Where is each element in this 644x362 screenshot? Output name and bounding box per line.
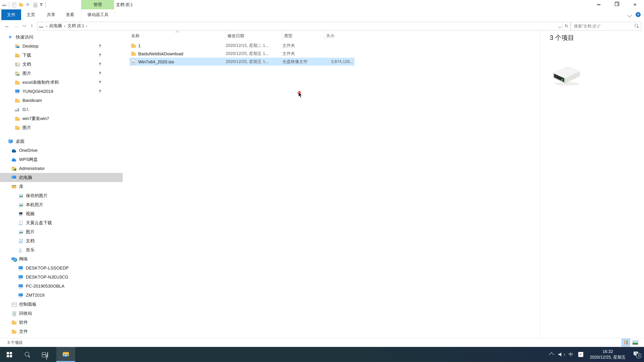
sidebar-item[interactable]: Bandicam bbox=[0, 96, 123, 105]
sidebar-item[interactable]: 图片 bbox=[0, 123, 123, 132]
ribbon-collapse-chevron-icon[interactable] bbox=[627, 13, 632, 17]
recycle-bin-icon[interactable] bbox=[33, 2, 38, 7]
sidebar-item[interactable]: 视频 bbox=[0, 209, 123, 218]
tray-app-button[interactable]: ✓ bbox=[576, 352, 586, 357]
address-dropdown-chevron-icon[interactable] bbox=[558, 24, 562, 28]
sidebar-item[interactable]: OneDrive bbox=[0, 146, 123, 155]
task-view-icon bbox=[42, 352, 49, 357]
sidebar-item[interactable]: 本机照片 bbox=[0, 200, 123, 209]
properties-check-icon[interactable] bbox=[12, 2, 16, 7]
tab-drive-tools[interactable]: 驱动器工具 bbox=[81, 9, 115, 20]
sidebar-item[interactable]: DESKTOP-LSSOEDP bbox=[0, 264, 123, 273]
sidebar-item[interactable]: 此电脑 bbox=[0, 173, 123, 182]
taskbar-search-button[interactable] bbox=[21, 347, 34, 362]
volume-button[interactable] bbox=[557, 352, 566, 357]
help-icon[interactable]: ? bbox=[636, 12, 641, 17]
file-name-cell: 1 bbox=[130, 43, 226, 48]
sidebar-item[interactable]: 快速访问 bbox=[0, 32, 123, 41]
file-explorer-taskbar-button[interactable] bbox=[56, 347, 75, 362]
sidebar-item[interactable]: 音乐 bbox=[0, 245, 123, 254]
recent-locations-chevron-icon[interactable] bbox=[21, 20, 28, 31]
sidebar-item[interactable]: 保存的图片 bbox=[0, 191, 123, 200]
sidebar-item-icon bbox=[18, 220, 24, 225]
tab-file[interactable]: 文件 bbox=[1, 9, 21, 20]
click-indicator-dot bbox=[298, 91, 301, 94]
file-row[interactable]: BaiduNetdiskDownload 2020/12/25, 星期五 1..… bbox=[130, 50, 354, 58]
back-icon[interactable]: ← bbox=[3, 20, 11, 31]
breadcrumb-this-pc[interactable]: 此电脑 bbox=[50, 23, 62, 29]
file-date: 2020/12/25, 星期五 1... bbox=[226, 59, 282, 64]
contextual-tab-manage[interactable]: 管理 bbox=[81, 0, 114, 9]
sidebar-item[interactable]: G:\ bbox=[0, 105, 123, 114]
sidebar-item[interactable]: excel表格制作求和 bbox=[0, 78, 123, 87]
sidebar-item[interactable]: 控制面板 bbox=[0, 300, 123, 309]
status-item-count: 3 个项目 bbox=[8, 338, 23, 347]
address-bar[interactable]: › 此电脑 › 文档 (E:) › bbox=[37, 22, 563, 30]
thumbnails-view-button[interactable] bbox=[631, 339, 639, 346]
refresh-icon[interactable]: ↻ bbox=[563, 22, 570, 30]
sidebar-item[interactable]: win7重装win7 bbox=[0, 114, 123, 123]
sidebar-item[interactable]: 下载 bbox=[0, 51, 123, 60]
sidebar-item[interactable]: 桌面 bbox=[0, 137, 123, 146]
sidebar-item[interactable]: Desktop bbox=[0, 41, 123, 51]
search-box[interactable] bbox=[571, 22, 641, 30]
sidebar-item-label: 保存的图片 bbox=[26, 193, 48, 199]
sidebar-item[interactable]: 图片 bbox=[0, 227, 123, 236]
search-input[interactable] bbox=[573, 22, 632, 30]
close-button[interactable] bbox=[626, 0, 644, 9]
pin-icon bbox=[98, 71, 102, 75]
details-view-button[interactable] bbox=[622, 339, 630, 346]
title-bar: 管理 文档 (E:) bbox=[0, 0, 644, 9]
sidebar-item-icon bbox=[18, 193, 24, 198]
restore-button[interactable] bbox=[608, 0, 626, 9]
sidebar-item[interactable]: Administrator bbox=[0, 164, 123, 173]
column-header-date[interactable]: 修改日期 bbox=[226, 31, 282, 40]
tab-home[interactable]: 主页 bbox=[22, 9, 39, 20]
ime-indicator[interactable]: 中 bbox=[566, 352, 576, 358]
sidebar-item[interactable]: DESKTOP-NJEU3CG bbox=[0, 273, 123, 282]
sidebar-item[interactable]: 文档 bbox=[0, 236, 123, 245]
sidebar-item[interactable]: WPS网盘 bbox=[0, 155, 123, 164]
forward-icon[interactable]: → bbox=[13, 20, 20, 31]
clock[interactable]: 16:32 2020/12/25, 星期五 bbox=[586, 349, 630, 360]
column-header-type[interactable]: 类型 bbox=[282, 31, 324, 40]
breadcrumb-drive-e[interactable]: 文档 (E:) bbox=[68, 23, 84, 29]
sidebar-item[interactable]: 文件 bbox=[0, 327, 123, 336]
new-folder-icon[interactable] bbox=[19, 2, 24, 7]
minimize-button[interactable] bbox=[590, 0, 608, 9]
sidebar-item-icon bbox=[18, 265, 24, 271]
mouse-cursor bbox=[297, 90, 305, 99]
file-row[interactable]: Win7x64_2020.iso 2020/12/25, 星期五 1... 光盘… bbox=[130, 58, 354, 66]
start-button[interactable] bbox=[3, 347, 16, 362]
file-row[interactable]: 1 2020/12/15, 星期二 1... 文件夹 bbox=[130, 41, 354, 50]
sidebar-item[interactable]: 回收站 bbox=[0, 309, 123, 318]
sidebar-item-label: YUNQISHI2019 bbox=[22, 89, 53, 94]
sidebar-item[interactable]: 库 bbox=[0, 182, 123, 191]
sidebar-item[interactable]: ZMT2019 bbox=[0, 291, 123, 300]
column-header-size[interactable]: 大小 bbox=[324, 31, 354, 40]
sidebar-item[interactable]: 网络 bbox=[0, 254, 123, 264]
column-header-name[interactable]: 名称 bbox=[130, 31, 226, 40]
task-view-button[interactable] bbox=[38, 347, 52, 362]
sidebar-item[interactable]: 软件 bbox=[0, 318, 123, 327]
tab-view[interactable]: 查看 bbox=[62, 9, 79, 20]
chevron-up-icon bbox=[549, 352, 554, 358]
tray-overflow-button[interactable] bbox=[547, 353, 557, 356]
customize-dropdown-icon[interactable] bbox=[40, 2, 43, 7]
pin-icon bbox=[98, 80, 102, 84]
up-icon[interactable]: ↑ bbox=[28, 20, 36, 31]
sidebar-item[interactable]: YUNQISHI2019 bbox=[0, 87, 123, 96]
breadcrumb-chevron: › bbox=[86, 23, 88, 28]
breadcrumb-chevron: › bbox=[64, 23, 66, 28]
sidebar-item[interactable]: 天翼云盘下载 bbox=[0, 218, 123, 227]
sidebar-item-label: win7重装win7 bbox=[22, 115, 49, 121]
sidebar-item-label: 图片 bbox=[22, 124, 31, 131]
action-center-button[interactable]: 3 bbox=[630, 347, 644, 362]
sidebar-item[interactable]: 图片 bbox=[0, 69, 123, 78]
view-toggle-buttons bbox=[622, 339, 639, 346]
tab-share[interactable]: 共享 bbox=[42, 9, 60, 20]
sidebar-item[interactable]: PC-20190530OBLA bbox=[0, 282, 123, 291]
sidebar-item-icon bbox=[15, 98, 20, 103]
sidebar-item[interactable]: 文档 bbox=[0, 60, 123, 69]
delete-icon[interactable] bbox=[26, 2, 30, 7]
